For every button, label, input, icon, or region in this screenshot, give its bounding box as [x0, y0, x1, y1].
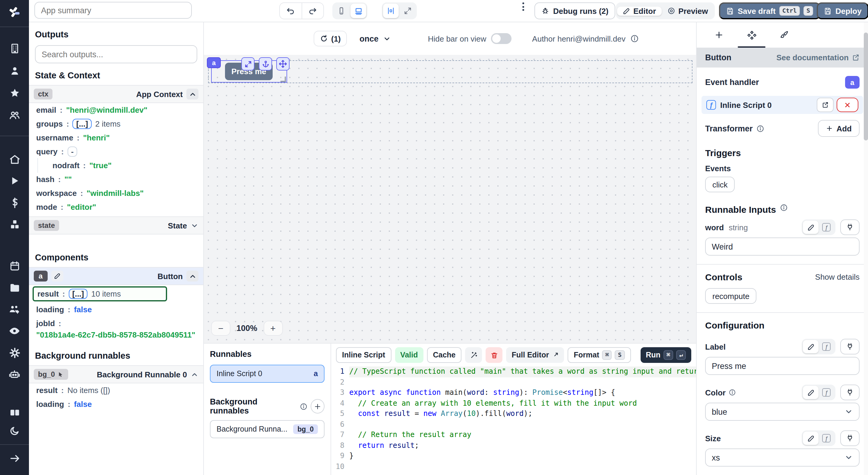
tab-styling[interactable] — [768, 22, 801, 47]
author-info-icon[interactable] — [630, 34, 639, 43]
kbd-cmd: ⌘ — [663, 350, 673, 360]
state-section-header[interactable]: state State — [29, 216, 203, 235]
deploy-button[interactable]: Deploy — [817, 2, 868, 19]
size-select[interactable]: xs — [705, 448, 860, 467]
panel-scrollbar[interactable] — [864, 22, 868, 475]
run-button[interactable]: Run ⌘ ↵ — [640, 347, 691, 363]
sidebar-item-variables[interactable] — [8, 197, 21, 209]
sidebar-item-audit-logs[interactable] — [8, 325, 21, 337]
output-row[interactable]: groups:[...]2 items — [29, 117, 203, 131]
app-summary-input[interactable] — [34, 2, 192, 19]
sidebar-item-docs[interactable] — [8, 406, 21, 418]
sidebar-item-groups[interactable] — [8, 109, 21, 121]
sidebar-item-settings[interactable] — [8, 347, 21, 359]
runnable-inline-script-0[interactable]: Inline Script 0 a — [210, 365, 324, 383]
sidebar-item-workspace[interactable] — [8, 42, 21, 54]
open-script-icon[interactable] — [817, 98, 834, 112]
sidebar-item-runs[interactable] — [8, 175, 21, 187]
label-connect-plug-icon[interactable] — [840, 339, 860, 354]
desktop-view-button[interactable] — [350, 4, 366, 18]
word-connect-plug-icon[interactable] — [840, 219, 860, 235]
expand-handle-icon[interactable] — [241, 57, 254, 71]
cache-button[interactable]: Cache — [427, 347, 461, 363]
see-documentation-link[interactable]: See documentation — [776, 53, 860, 62]
color-connect-plug-icon[interactable] — [840, 384, 860, 400]
expr-mode-fx-icon[interactable]: ƒ — [818, 432, 834, 445]
resize-corner-handle[interactable] — [280, 76, 286, 82]
dark-mode-icon[interactable] — [8, 425, 21, 437]
expand-state-icon[interactable] — [191, 222, 198, 229]
hide-bar-toggle[interactable] — [491, 33, 512, 44]
sidebar-item-home[interactable] — [8, 153, 21, 165]
event-handler-script-row[interactable]: ƒ Inline Script 0 ✕ — [702, 96, 863, 114]
bg0-section-header[interactable]: bg_0 Background Runnable 0 — [29, 365, 203, 383]
edit-component-id-icon[interactable] — [51, 271, 63, 281]
zoom-out-button[interactable]: − — [211, 321, 230, 336]
search-outputs-input[interactable] — [35, 45, 197, 63]
static-mode-pencil-icon[interactable] — [803, 386, 818, 399]
tab-preview[interactable]: Preview — [661, 6, 713, 15]
move-handle-icon[interactable] — [276, 57, 289, 71]
mobile-view-button[interactable] — [334, 4, 349, 18]
full-editor-button[interactable]: Full Editor — [506, 347, 564, 363]
sidebar-item-workers[interactable] — [8, 303, 21, 315]
event-click-chip[interactable]: click — [705, 177, 735, 192]
expr-mode-fx-icon[interactable]: ƒ — [818, 386, 834, 399]
format-button[interactable]: Format ⌘ S — [568, 347, 631, 363]
ai-assistant-icon[interactable] — [465, 347, 482, 363]
size-connect-plug-icon[interactable] — [840, 430, 860, 446]
output-row[interactable]: result:[...]10 items — [33, 286, 167, 301]
add-background-runnable-button[interactable] — [310, 399, 324, 413]
sidebar-item-user[interactable] — [8, 65, 21, 76]
ctx-section-header[interactable]: ctx App Context — [29, 85, 203, 103]
collapse-bg0-icon[interactable] — [191, 370, 198, 378]
collapse-sidebar-icon[interactable] — [8, 452, 21, 464]
sidebar-item-favorites[interactable] — [8, 87, 21, 99]
code-editor[interactable]: 12345678910 // TypeScript function calle… — [331, 367, 696, 475]
static-mode-pencil-icon[interactable] — [803, 340, 818, 353]
static-mode-pencil-icon[interactable] — [803, 432, 818, 445]
refresh-components-button[interactable]: (1) — [314, 31, 347, 46]
static-mode-pencil-icon[interactable] — [803, 220, 818, 234]
collapse-ctx-icon[interactable] — [186, 89, 198, 99]
debug-runs-button[interactable]: Debug runs (2) — [534, 2, 615, 19]
expr-mode-fx-icon[interactable]: ƒ — [818, 220, 834, 234]
component-type: Button — [705, 53, 732, 62]
sidebar-item-ai[interactable] — [8, 368, 21, 380]
app-canvas[interactable]: a Press me − 100% + — [204, 55, 696, 343]
anchor-handle-icon[interactable] — [259, 57, 272, 71]
delete-script-button[interactable] — [486, 347, 503, 363]
label-value-input[interactable] — [705, 357, 860, 375]
color-info-icon[interactable] — [728, 389, 736, 396]
word-value-input[interactable] — [705, 238, 860, 256]
remove-script-button[interactable]: ✕ — [837, 98, 858, 112]
expr-mode-fx-icon[interactable]: ƒ — [818, 340, 834, 353]
sidebar-item-resources[interactable] — [8, 218, 21, 230]
runnable-background-0[interactable]: Background Runna... bg_0 — [210, 420, 324, 438]
runnable-inputs-info-icon[interactable] — [780, 204, 787, 212]
tab-insert-component[interactable] — [703, 22, 735, 47]
tab-component-settings[interactable] — [735, 22, 768, 47]
sidebar-item-folders[interactable] — [8, 281, 21, 294]
tab-editor[interactable]: Editor — [617, 6, 661, 15]
script-type-button[interactable]: Inline Script — [336, 347, 391, 363]
recompute-chip[interactable]: recompute — [705, 288, 757, 304]
code-area[interactable]: // TypeScript function called "main" tha… — [349, 367, 696, 475]
sidebar-item-schedules[interactable] — [8, 260, 21, 272]
save-draft-button[interactable]: Save draft Ctrl S — [719, 2, 820, 19]
component-a-header[interactable]: a Button — [29, 267, 203, 285]
zoom-in-button[interactable]: + — [263, 321, 283, 336]
show-details-link[interactable]: Show details — [815, 272, 860, 281]
windmill-logo-icon[interactable] — [8, 6, 21, 18]
background-runnables-info-icon[interactable] — [300, 402, 307, 410]
add-transformer-button[interactable]: Add — [818, 120, 860, 137]
transformer-info-icon[interactable] — [756, 125, 764, 132]
fullwidth-button[interactable] — [400, 4, 415, 18]
undo-button[interactable] — [280, 3, 302, 19]
redo-button[interactable] — [302, 3, 323, 19]
center-content-button[interactable] — [383, 4, 399, 18]
more-options-button[interactable] — [522, 2, 524, 19]
color-select[interactable]: blue — [705, 403, 860, 421]
collapse-component-icon[interactable] — [186, 271, 198, 281]
schedule-dropdown[interactable]: once — [360, 31, 391, 46]
